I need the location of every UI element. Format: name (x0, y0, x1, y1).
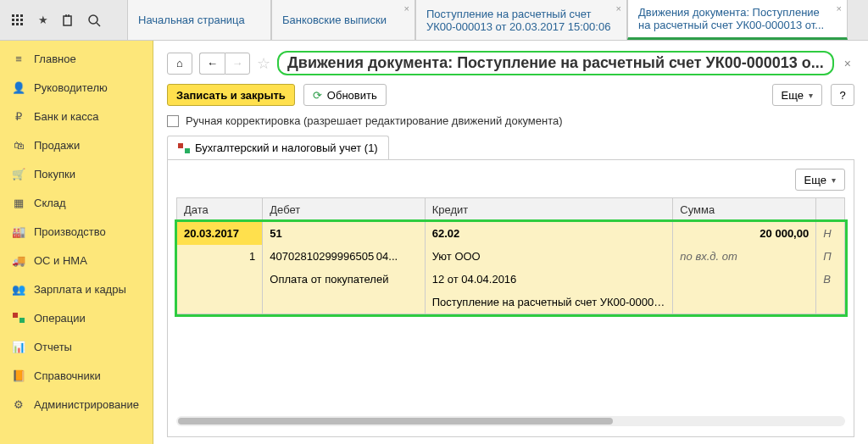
sidebar-item-operations[interactable]: Операции (0, 303, 153, 332)
page-title: Движения документа: Поступление на расче… (277, 51, 834, 75)
cell-credit-account: 62.02 (425, 222, 673, 246)
close-page-button[interactable]: × (841, 57, 854, 70)
manual-correction-label: Ручная корректировка (разрешает редактир… (186, 114, 563, 127)
chart-icon: 📊 (12, 340, 25, 353)
sidebar-item-sales[interactable]: 🛍Продажи (0, 130, 153, 159)
table-more-button[interactable]: Еще▾ (795, 169, 845, 191)
cell-extra: Н (816, 222, 845, 246)
sidebar-item-label: Главное (34, 53, 76, 65)
col-debit: Дебет (263, 198, 425, 222)
cell-credit-contr: Уют ООО (425, 245, 673, 268)
close-icon[interactable]: × (616, 3, 621, 14)
col-date: Дата (177, 198, 263, 222)
cell-empty (816, 291, 845, 314)
star-icon[interactable]: ★ (36, 13, 51, 28)
close-icon[interactable]: × (837, 3, 842, 14)
tab-label: Банковские выписки (282, 14, 404, 26)
apps-icon[interactable] (10, 13, 25, 28)
sidebar-item-reports[interactable]: 📊Отчеты (0, 332, 153, 361)
sidebar-item-warehouse[interactable]: ▦Склад (0, 188, 153, 217)
sidebar-item-label: Покупки (34, 168, 75, 180)
tab-home[interactable]: Начальная страница (127, 0, 271, 40)
svg-rect-0 (12, 14, 14, 17)
help-button[interactable]: ? (831, 84, 854, 106)
cart-icon: 🛒 (12, 167, 25, 180)
table-row[interactable]: 1 40702810299996505 04... Уют ООО по вх.… (177, 245, 845, 268)
cell-ref: по вх.д. от (673, 245, 816, 268)
sidebar-item-production[interactable]: 🏭Производство (0, 217, 153, 246)
chevron-down-icon: ▾ (832, 175, 836, 185)
col-sum: Сумма (673, 198, 816, 222)
tab-label: Поступление на расчетный счет (426, 8, 616, 20)
table-row[interactable]: Поступление на расчетный счет УК00-00001… (177, 291, 845, 314)
tab-bank-statements[interactable]: Банковские выписки × (271, 0, 415, 40)
svg-rect-3 (12, 19, 14, 21)
horizontal-scrollbar[interactable] (176, 416, 845, 426)
sidebar-item-label: Операции (34, 312, 86, 325)
sidebar-item-admin[interactable]: ⚙Администрирование (0, 390, 153, 419)
sidebar-item-main[interactable]: ≡Главное (0, 44, 153, 73)
cell-extra: В (816, 268, 845, 291)
col-extra (816, 198, 845, 222)
table-row[interactable]: 20.03.2017 51 62.02 20 000,00 Н (177, 222, 845, 246)
table-header-row: Дата Дебет Кредит Сумма (177, 198, 845, 222)
ruble-icon: ₽ (12, 109, 25, 123)
cell-credit-doc: 12 от 04.04.2016 (425, 268, 673, 291)
svg-rect-1 (16, 14, 19, 17)
factory-icon: 🏭 (12, 225, 25, 238)
search-icon[interactable] (86, 13, 102, 28)
boxes-icon: ▦ (12, 196, 25, 209)
svg-rect-2 (20, 14, 23, 17)
subtab-accounting[interactable]: Бухгалтерский и налоговый учет (1) (167, 136, 389, 159)
tab-label: Движения документа: Поступление (638, 6, 837, 19)
sidebar-item-label: Банк и касса (34, 110, 99, 123)
close-icon[interactable]: × (404, 3, 409, 14)
dk-icon (12, 311, 25, 325)
arrow-left-icon: ← (207, 57, 218, 69)
button-label: Записать и закрыть (176, 89, 286, 102)
sidebar-item-references[interactable]: 📙Справочники (0, 361, 153, 390)
cell-empty (263, 291, 425, 314)
tab-sublabel: на расчетный счет УК00-000013 от... (638, 19, 837, 31)
history-icon[interactable] (61, 13, 76, 28)
subtab-label: Бухгалтерский и налоговый учет (1) (195, 142, 378, 154)
sidebar-item-label: Отчеты (34, 341, 72, 353)
cell-debit-desc: Оплата от покупателей (263, 268, 425, 291)
topbar-icon-group: ★ (0, 0, 127, 40)
scrollbar-thumb[interactable] (178, 418, 613, 425)
cell-date: 20.03.2017 (177, 222, 263, 246)
cell-debit-account: 51 (263, 222, 425, 246)
refresh-icon: ⟳ (313, 89, 322, 102)
forward-button[interactable]: → (225, 53, 250, 75)
people-icon: 👥 (12, 282, 25, 296)
save-close-button[interactable]: Записать и закрыть (167, 84, 295, 106)
tab-movements[interactable]: Движения документа: Поступление на расче… (627, 0, 848, 40)
home-icon: ⌂ (176, 57, 183, 69)
svg-rect-4 (16, 19, 19, 21)
cell-empty (673, 291, 816, 314)
favorite-icon[interactable]: ☆ (257, 54, 270, 73)
more-button[interactable]: Еще▾ (772, 84, 822, 106)
back-button[interactable]: ← (199, 53, 225, 75)
table-row[interactable]: Оплата от покупателей 12 от 04.04.2016 В (177, 268, 845, 291)
arrow-right-icon: → (232, 57, 243, 69)
sidebar-item-salary[interactable]: 👥Зарплата и кадры (0, 275, 153, 303)
book-icon: 📙 (12, 369, 25, 382)
sidebar-item-purchases[interactable]: 🛒Покупки (0, 159, 153, 188)
refresh-button[interactable]: ⟳Обновить (303, 84, 387, 106)
tab-label: Начальная страница (138, 14, 260, 26)
home-button[interactable]: ⌂ (167, 53, 192, 75)
cell-sum: 20 000,00 (673, 222, 816, 246)
bag-icon: 🛍 (12, 138, 25, 152)
cell-empty (177, 291, 263, 314)
sidebar-item-manager[interactable]: 👤Руководителю (0, 73, 153, 102)
sidebar-item-assets[interactable]: 🚚ОС и НМА (0, 246, 153, 275)
sidebar-item-bank[interactable]: ₽Банк и касса (0, 102, 153, 130)
topbar: ★ Начальная страница Банковские выписки … (0, 0, 868, 41)
manual-correction-checkbox[interactable] (167, 115, 179, 127)
tab-receipt[interactable]: Поступление на расчетный счет УК00-00001… (415, 0, 627, 40)
cell-extra: П (816, 245, 845, 268)
sidebar-item-label: Справочники (34, 369, 101, 382)
sidebar: ≡Главное 👤Руководителю ₽Банк и касса 🛍Пр… (0, 41, 153, 444)
sidebar-item-label: Зарплата и кадры (34, 283, 126, 296)
